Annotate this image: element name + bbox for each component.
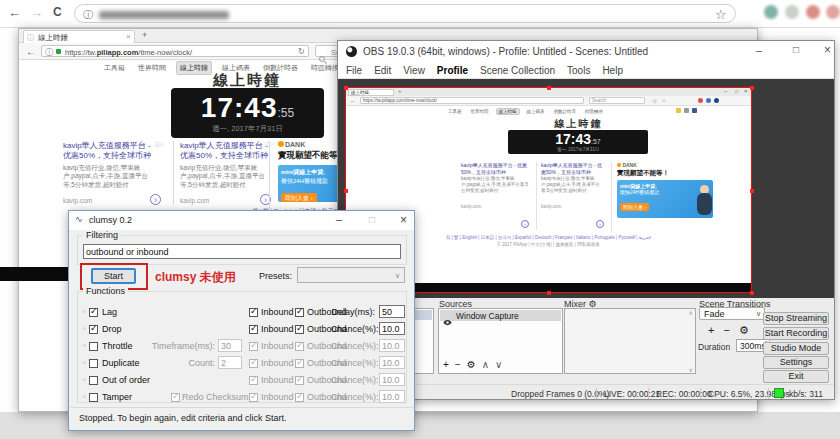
obs-logo-icon [346,46,357,57]
resize-handle[interactable] [344,189,348,193]
drop-outbound-checkbox[interactable] [295,325,304,334]
obs-titlebar[interactable]: OBS 19.0.3 (64bit, windows) - Profile: U… [338,41,835,63]
duplicate-checkbox[interactable] [89,359,98,368]
start-button[interactable]: Start [91,268,136,284]
drop-checkbox[interactable] [89,325,98,334]
menu-file[interactable]: File [346,65,362,76]
maximize-icon[interactable]: □ [793,44,799,55]
tab-online-clock[interactable]: ⓘ 線上時鐘 × [23,30,135,43]
lag-inbound-checkbox[interactable] [249,308,258,317]
resize-handle[interactable] [750,86,754,90]
menu-view[interactable]: View [403,65,425,76]
ad-link[interactable]: kavip.com [180,197,209,204]
transition-value: Fade [704,309,725,319]
lag-delay-input[interactable] [379,305,405,318]
back-icon[interactable]: ← [8,5,21,20]
duplicate-chance-label: Chance(%): [331,358,375,368]
menu-profile[interactable]: Profile [437,65,468,76]
info-icon[interactable]: ⓘ [83,8,93,22]
live-time: LIVE: 00:00:21 [604,389,660,399]
menu-tools[interactable]: Tools [567,65,590,76]
menu-help[interactable]: Help [602,65,623,76]
scroll-up-icon[interactable]: ∧ [689,309,693,316]
url-field[interactable]: ⓘ https://tw.piliapp.com/time-now/clock/… [41,45,309,57]
duplicate-count-input [218,356,242,369]
sources-listbox[interactable]: Window Capture + − ⚙ ∧ ∨ [438,308,563,374]
remove-source-icon[interactable]: − [455,359,461,370]
filter-input[interactable] [83,244,401,259]
new-tab-icon[interactable]: + [142,30,147,40]
start-recording-button[interactable]: Start Recording [763,327,829,340]
throttle-chance-input [379,339,405,352]
ad-arrow-icon[interactable]: › [150,194,161,205]
top-browser-toolbar: ← → C ⓘ ☆ [0,0,840,28]
ad-title[interactable]: kavip華人充值服務平台 - 优惠50%，支持全球币种 [63,141,158,162]
menu-edit[interactable]: Edit [374,65,391,76]
capture-ad-arrow-icon: › [521,220,529,228]
extension-icon[interactable] [806,5,820,19]
duplicate-label: Duplicate [102,358,140,368]
minimize-icon[interactable]: – [756,44,762,56]
lag-outbound-checkbox[interactable] [295,308,304,317]
transition-select[interactable]: Fade ∨ [699,307,765,320]
remove-transition-icon[interactable]: − [723,324,729,337]
move-up-icon[interactable]: ∧ [482,359,489,370]
bookmark-star-icon[interactable]: ☆ [715,7,727,22]
scroll-down-icon[interactable]: ∨ [689,366,693,373]
source-name[interactable]: Window Capture [456,311,519,321]
lag-inbound-label: Inbound [261,307,294,317]
throttle-checkbox[interactable] [89,342,98,351]
ad-title[interactable]: kavip華人充值服務平台 - 优惠50%，支持全球币种 [180,141,275,162]
mixer-panel[interactable]: ∧ ∨ [564,308,696,374]
add-transition-icon[interactable]: + [708,324,714,337]
transition-properties-icon[interactable]: ⚙ [739,324,749,337]
outoforder-outbound-checkbox [295,376,304,385]
clumsy-titlebar[interactable]: ∿ clumsy 0.2 – □ × [69,211,414,230]
annotation-text: clumsy 未使用 [155,269,236,286]
close-icon[interactable]: × [400,213,407,227]
resize-handle[interactable] [547,86,551,90]
source-properties-icon[interactable]: ⚙ [467,359,476,370]
drop-inbound-checkbox[interactable] [249,325,258,334]
back-icon[interactable]: ← [26,46,36,57]
reload-icon[interactable]: C [53,5,62,19]
forward-icon[interactable]: → [30,5,43,20]
drop-chance-input[interactable] [379,322,405,335]
settings-button[interactable]: Settings [763,356,829,369]
ad-body: kavip充值行业,微信,苹果账户,paypal,点卡,手游,直播平台等,5分钟… [180,164,275,189]
resize-handle[interactable] [547,291,551,295]
resize-handle[interactable] [750,291,754,295]
reload-icon[interactable]: ↻ [298,47,305,56]
extension-icon[interactable] [764,5,778,19]
lag-checkbox[interactable] [89,308,98,317]
page-info-icon[interactable]: ⓘ [45,47,53,58]
studio-mode-button[interactable]: Studio Mode [763,342,829,355]
tamper-checkbox[interactable] [89,393,98,402]
banner-button[interactable]: 即刻入會 › [281,193,317,202]
grip-dot [83,395,86,398]
visibility-eye-icon[interactable] [443,312,452,330]
source-row[interactable]: Window Capture [440,310,561,321]
outoforder-checkbox[interactable] [89,376,98,385]
ad-link[interactable]: kavip.com [63,197,92,204]
ad-kavip-2[interactable]: ⓘ▷ kavip華人充值服務平台 - 优惠50%，支持全球币种 kavip充值行… [173,141,275,205]
resize-handle[interactable] [750,189,754,193]
capture-ext-icon [706,98,711,103]
resize-handle[interactable] [344,86,348,90]
ad-kavip-1[interactable]: ⓘ▷ kavip華人充值服務平台 - 优惠50%，支持全球币种 kavip充值行… [63,141,165,205]
adchoices-icon[interactable]: ⓘ▷ [155,141,165,147]
tab-close-icon[interactable]: × [126,32,131,41]
stop-streaming-button[interactable]: Stop Streaming [763,312,829,325]
add-source-icon[interactable]: + [443,359,449,370]
extension-icon[interactable] [785,5,799,19]
move-down-icon[interactable]: ∨ [495,359,502,370]
menu-scene-collection[interactable]: Scene Collection [480,65,555,76]
url-bar[interactable]: ⓘ ☆ [74,4,736,23]
exit-button[interactable]: Exit [763,370,829,383]
clock-widget: 17:43:55 週一, 2017年7月31日 [171,88,324,138]
profile-avatar[interactable] [826,5,840,19]
throttle-label: Throttle [102,341,133,351]
minimize-icon[interactable]: – [336,213,342,225]
capture-ad-arrow-icon: › [596,220,604,228]
close-icon[interactable]: × [824,43,831,57]
